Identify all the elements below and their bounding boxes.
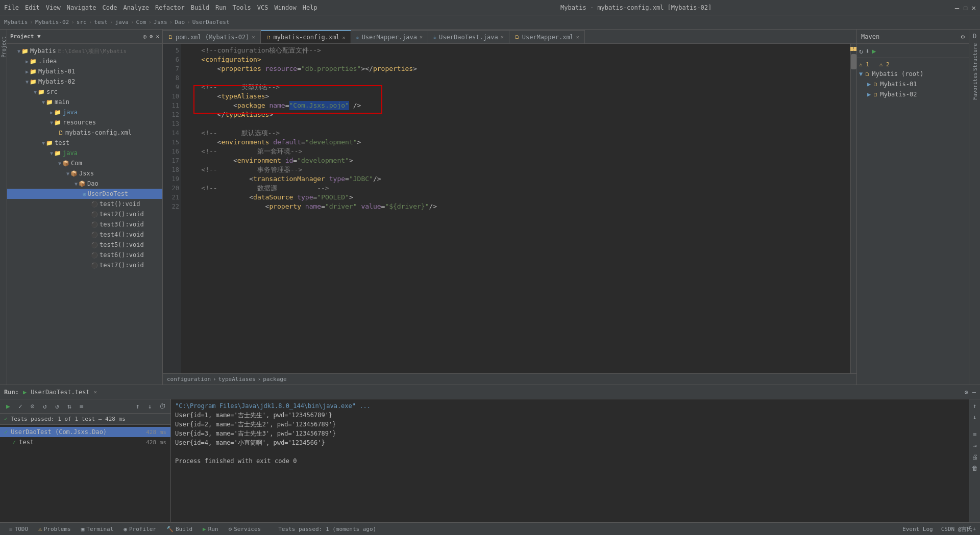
bottom-tab-services[interactable]: ⚙ Services xyxy=(224,523,266,536)
tree-item-test1[interactable]: ⚫ test():void xyxy=(7,199,162,209)
maven-item-01[interactable]: ▶ 🗋 Mybatis-01 xyxy=(859,79,967,89)
tab-close-userdaotest[interactable]: ✕ xyxy=(501,34,504,40)
tree-item-src[interactable]: ▼ 📁 src xyxy=(7,87,162,97)
tab-close-mybatis-config[interactable]: ✕ xyxy=(342,35,346,40)
sidebar-database-icon[interactable]: D xyxy=(970,32,979,41)
run-sort-btn[interactable]: ⇅ xyxy=(64,401,75,412)
console-expand-icon[interactable]: ⇥ xyxy=(970,441,979,450)
tree-item-test2[interactable]: ⚫ test2():void xyxy=(7,209,162,219)
bottom-tab-todo[interactable]: ≡ TODO xyxy=(4,523,33,536)
menu-navigate[interactable]: Navigate xyxy=(67,4,96,11)
run-item-test[interactable]: ✓ test 428 ms xyxy=(0,437,170,447)
run-tab-label[interactable]: UserDaoTest.test xyxy=(31,389,90,396)
menu-build[interactable]: Build xyxy=(191,4,209,11)
bottom-tab-profiler[interactable]: ◉ Profiler xyxy=(118,523,161,536)
sidebar-favorites-icon[interactable]: Favorites xyxy=(970,73,979,99)
console-wrap-icon[interactable]: ≡ xyxy=(970,430,979,439)
run-check-btn[interactable]: ✓ xyxy=(15,401,26,412)
tree-item-mybatis-config[interactable]: 🗋 mybatis-config.xml xyxy=(7,128,162,138)
breadcrumb-typealiases[interactable]: typeAliases xyxy=(218,376,256,383)
run-stop-btn[interactable]: ⊘ xyxy=(28,401,38,412)
menu-window[interactable]: Window xyxy=(274,4,296,11)
console-clear-icon[interactable]: 🗑 xyxy=(970,464,979,473)
maven-download-icon[interactable]: ⬇ xyxy=(865,47,869,55)
tab-close-pom[interactable]: ✕ xyxy=(252,34,255,40)
breadcrumb-item[interactable]: src xyxy=(77,19,87,26)
breadcrumb-package[interactable]: package xyxy=(263,376,286,383)
minimize-button[interactable]: — xyxy=(955,4,959,12)
run-filter-btn[interactable]: ≡ xyxy=(77,401,87,412)
breadcrumb-item[interactable]: Jsxs xyxy=(154,19,167,26)
run-arrow-up[interactable]: ↑ xyxy=(133,401,143,412)
run-play-btn[interactable]: ▶ xyxy=(3,401,13,412)
tab-close-usermapper[interactable]: ✕ xyxy=(420,34,423,40)
run-rerun-failed-btn[interactable]: ↺ xyxy=(52,401,62,412)
breadcrumb-item[interactable]: java xyxy=(115,19,129,26)
run-arrow-down[interactable]: ↓ xyxy=(145,401,155,412)
close-button[interactable]: ✕ xyxy=(972,4,976,12)
tab-pom[interactable]: 🗋 pom.xml (Mybatis-02) ✕ xyxy=(163,30,261,43)
tree-item-mybatis[interactable]: ▼ 📁 Mybatis E:\Ideal\项目\Mybatis xyxy=(7,46,162,56)
tree-item-test4[interactable]: ⚫ test4():void xyxy=(7,230,162,240)
tree-item-test5[interactable]: ⚫ test5():void xyxy=(7,240,162,250)
tree-item-idea[interactable]: ▶ 📁 .idea xyxy=(7,56,162,66)
menu-code[interactable]: Code xyxy=(103,4,117,11)
csdn-item[interactable]: CSDN @吉氏+ xyxy=(941,525,976,533)
maven-item-02[interactable]: ▶ 🗋 Mybatis-02 xyxy=(859,89,967,99)
maven-settings-icon[interactable]: ⚙ xyxy=(961,33,965,40)
menu-edit[interactable]: Edit xyxy=(25,4,40,11)
tree-item-test7[interactable]: ⚫ test7():void xyxy=(7,260,162,270)
menu-analyze[interactable]: Analyze xyxy=(123,4,149,11)
console-print-icon[interactable]: 🖨 xyxy=(970,452,979,462)
tree-item-jsxs[interactable]: ▼ 📦 Jsxs xyxy=(7,168,162,179)
window-controls[interactable]: — ☐ ✕ xyxy=(955,4,976,12)
tree-item-test6[interactable]: ⚫ test6():void xyxy=(7,250,162,260)
event-log-item[interactable]: Event Log xyxy=(902,526,933,532)
breadcrumb-configuration[interactable]: configuration xyxy=(167,376,211,383)
close-panel-icon[interactable]: ✕ xyxy=(156,33,159,40)
breadcrumb-item[interactable]: Com xyxy=(136,19,146,26)
menu-refactor[interactable]: Refactor xyxy=(155,4,185,11)
tree-item-test3[interactable]: ⚫ test3():void xyxy=(7,219,162,230)
breadcrumb-item[interactable]: Mybatis-02 xyxy=(35,19,69,26)
tree-item-main[interactable]: ▼ 📁 main xyxy=(7,97,162,107)
maven-reload-icon[interactable]: ↻ xyxy=(859,47,863,55)
menu-bar[interactable]: File Edit View Navigate Code Analyze Ref… xyxy=(4,4,317,11)
run-settings-icon[interactable]: ⚙ xyxy=(965,389,968,396)
run-rerun-btn[interactable]: ↺ xyxy=(40,401,50,412)
breadcrumb-item[interactable]: Mybatis xyxy=(4,19,28,26)
breadcrumb-item[interactable]: UserDaoTest xyxy=(192,19,230,26)
menu-file[interactable]: File xyxy=(4,4,19,11)
project-icon[interactable]: Project xyxy=(0,32,8,62)
maven-item-root[interactable]: ▼ 🗋 Mybatis (root) xyxy=(859,69,967,79)
tree-item-test[interactable]: ▼ 📁 test xyxy=(7,138,162,148)
tree-item-mybatis01[interactable]: ▶ 📁 Mybatis-01 xyxy=(7,66,162,77)
tree-item-resources[interactable]: ▼ 📁 resources xyxy=(7,117,162,128)
tree-item-userdaotest[interactable]: ◉ UserDaoTest xyxy=(7,189,162,199)
tab-userdaotest-java[interactable]: ☕ UserDaoTest.java ✕ xyxy=(428,30,509,43)
tree-item-java-test[interactable]: ▼ 📁 java xyxy=(7,148,162,158)
tab-usermapper-java[interactable]: ☕ UserMapper.java ✕ xyxy=(351,30,428,43)
bottom-tab-terminal[interactable]: ▣ Terminal xyxy=(76,523,119,536)
breadcrumb-item[interactable]: test xyxy=(94,19,108,26)
menu-view[interactable]: View xyxy=(46,4,61,11)
console-scroll-up[interactable]: ↑ xyxy=(970,401,979,411)
tree-item-com[interactable]: ▼ 📦 Com xyxy=(7,158,162,168)
run-clock-btn[interactable]: ⏱ xyxy=(157,401,167,412)
menu-vcs[interactable]: VCS xyxy=(257,4,268,11)
scrollbar-thumb[interactable] xyxy=(851,54,856,69)
run-minimize-icon[interactable]: — xyxy=(972,389,976,396)
menu-help[interactable]: Help xyxy=(303,4,317,11)
breadcrumb-item[interactable]: Dao xyxy=(175,19,185,26)
tree-item-dao[interactable]: ▼ 📦 Dao xyxy=(7,179,162,189)
locate-icon[interactable]: ◎ xyxy=(143,33,146,40)
menu-run[interactable]: Run xyxy=(215,4,227,11)
menu-tools[interactable]: Tools xyxy=(233,4,251,11)
run-item-userdaotest[interactable]: ✓ UserDaoTest (Com.Jsxs.Dao) 428 ms xyxy=(0,427,170,437)
maximize-button[interactable]: ☐ xyxy=(963,4,967,12)
code-editor[interactable]: <!--configuration核心配置文件--> <configuratio… xyxy=(181,44,850,373)
tree-item-mybatis02[interactable]: ▼ 📁 Mybatis-02 xyxy=(7,77,162,87)
bottom-tab-build[interactable]: 🔨 Build xyxy=(161,523,198,536)
console-scroll-down[interactable]: ↓ xyxy=(970,413,979,422)
sidebar-structure-icon[interactable]: Structure xyxy=(970,42,979,72)
